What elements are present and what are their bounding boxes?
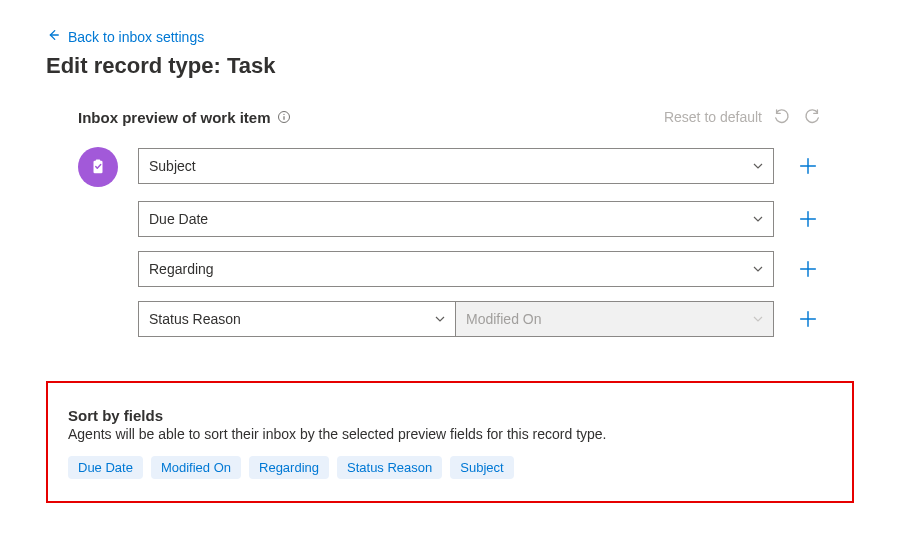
select-value: Regarding (149, 261, 214, 277)
preview-field-select-3[interactable]: Regarding (138, 251, 774, 287)
info-icon[interactable] (277, 110, 291, 124)
preview-field-select-4b: Modified On (456, 301, 774, 337)
sort-pill[interactable]: Regarding (249, 456, 329, 479)
section-title-text: Inbox preview of work item (78, 109, 271, 126)
preview-field-grid: Subject Due Date Regar (78, 145, 822, 337)
chevron-down-icon (751, 212, 765, 226)
sort-by-fields-panel: Sort by fields Agents will be able to so… (46, 381, 854, 503)
preview-row-3: Regarding (138, 251, 774, 287)
select-value: Subject (149, 158, 196, 174)
section-title-row: Inbox preview of work item (78, 109, 291, 126)
select-value: Modified On (466, 311, 541, 327)
add-field-button-3[interactable] (794, 255, 822, 283)
redo-icon[interactable] (802, 107, 822, 127)
chevron-down-icon (433, 312, 447, 326)
sort-title: Sort by fields (68, 407, 832, 424)
clipboard-icon (78, 147, 118, 187)
sort-pill-row: Due Date Modified On Regarding Status Re… (68, 456, 832, 479)
back-to-inbox-settings-link[interactable]: Back to inbox settings (46, 28, 204, 45)
select-value: Status Reason (149, 311, 241, 327)
reset-to-default-link[interactable]: Reset to default (664, 109, 762, 125)
sort-pill[interactable]: Status Reason (337, 456, 442, 479)
sort-description: Agents will be able to sort their inbox … (68, 426, 832, 442)
page-title: Edit record type: Task (46, 53, 854, 79)
preview-field-select-1[interactable]: Subject (138, 148, 774, 184)
svg-point-1 (283, 114, 284, 115)
preview-row-1: Subject (138, 148, 774, 184)
svg-rect-3 (96, 160, 101, 163)
sort-pill[interactable]: Modified On (151, 456, 241, 479)
arrow-left-icon (46, 28, 60, 45)
undo-icon[interactable] (772, 107, 792, 127)
add-field-button-1[interactable] (794, 152, 822, 180)
chevron-down-icon (751, 312, 765, 326)
chevron-down-icon (751, 262, 765, 276)
sort-pill[interactable]: Due Date (68, 456, 143, 479)
add-field-button-4[interactable] (794, 305, 822, 333)
section-header: Inbox preview of work item Reset to defa… (78, 107, 822, 127)
chevron-down-icon (751, 159, 765, 173)
preview-field-select-4a[interactable]: Status Reason (138, 301, 456, 337)
inbox-preview-section: Inbox preview of work item Reset to defa… (46, 107, 854, 337)
section-actions: Reset to default (664, 107, 822, 127)
select-value: Due Date (149, 211, 208, 227)
preview-row-4: Status Reason Modified On (138, 301, 774, 337)
sort-pill[interactable]: Subject (450, 456, 513, 479)
preview-row-2: Due Date (138, 201, 774, 237)
preview-field-select-2[interactable]: Due Date (138, 201, 774, 237)
back-link-label: Back to inbox settings (68, 29, 204, 45)
add-field-button-2[interactable] (794, 205, 822, 233)
